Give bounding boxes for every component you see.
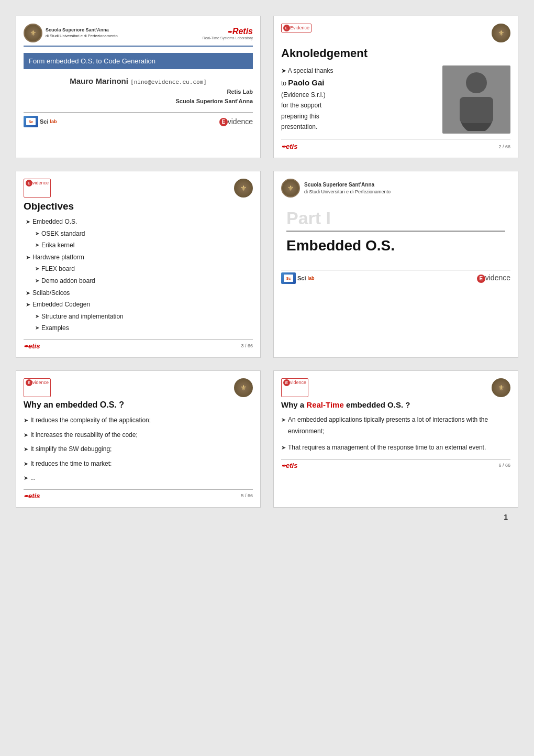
slide-1: ⚜ Scuola Superiore Sant'Anna di Studi Un… [16, 16, 261, 158]
school-emblem-1: ⚜ [24, 24, 42, 42]
slide-3: Evidence ⚜ Objectives ➤Embedded O.S. ➤OS… [16, 171, 261, 358]
list-item: ➤Hardware platform [26, 252, 253, 264]
part-title: Embedded O.S. [286, 237, 510, 254]
slide-5-title: Why an embedded O.S. ? [24, 400, 253, 410]
list-item: ➤Embedded O.S. [26, 216, 253, 228]
list-item: ➤An embedded applications tipically pres… [281, 414, 510, 437]
list-item: ➤Demo addon board [26, 276, 253, 287]
slide-2-text: ➤ A special thanks to Paolo Gai (Evidenc… [281, 65, 437, 134]
list-item: ➤That requires a management of the respo… [281, 442, 510, 454]
list-item: ➤Structure and implementation [26, 311, 253, 323]
list-item: ➤Scilab/Scicos [26, 288, 253, 299]
institution: Retis Lab Scuola Superiore Sant'Anna [24, 87, 253, 106]
retis-footer-2: ✒etis [281, 143, 297, 150]
svg-point-0 [466, 72, 487, 93]
badge-2: ⚜ [492, 24, 510, 42]
slide-5-bullets: ➤It reduces the complexity of the applic… [24, 415, 253, 484]
ev-badge-6: Evidence [281, 378, 308, 397]
global-page-number: 1 [16, 508, 518, 521]
page-num-2: 2 / 66 [498, 144, 510, 149]
slide-6: Evidence ⚜ Why a Real-Time embedded O.S.… [273, 370, 518, 508]
scilab-logo-1: Sc Scilab [24, 116, 57, 127]
school-text-1: Scuola Superiore Sant'Anna di Studi Univ… [46, 27, 118, 38]
slide-2-title: Aknoledgement [281, 47, 510, 60]
speaker-photo [442, 65, 510, 134]
ev-badge-2: EEvidence [281, 24, 312, 32]
retis-footer-5: ✒etis [24, 492, 40, 500]
list-item: ➤It increases the reusability of the cod… [24, 430, 253, 441]
school-emblem-4: ⚜ [281, 179, 300, 198]
list-item: ➤It simplify the SW debugging; [24, 444, 253, 455]
list-item: ➤It reduces the time to market: [24, 458, 253, 470]
slide-4: ⚜ Scuola Superiore Sant'Anna di Studi Un… [273, 171, 518, 358]
page-num-3: 3 / 66 [241, 343, 253, 348]
slide-3-title: Objectives [24, 201, 253, 212]
slide-2: EEvidence ⚜ Aknoledgement ➤ A special th… [273, 16, 518, 158]
slide-6-bullets: ➤An embedded applications tipically pres… [281, 414, 510, 454]
list-item: ➤Embedded Codegen [26, 299, 253, 311]
part-label: Part I [286, 208, 510, 228]
evidence-logo-4: Evidence [477, 273, 510, 282]
list-item: ➤Examples [26, 323, 253, 334]
retis-logo: ✒Retis [228, 27, 253, 36]
svg-rect-2 [460, 97, 493, 123]
badge-5: ⚜ [234, 378, 253, 397]
list-item: ➤It reduces the complexity of the applic… [24, 415, 253, 426]
ev-badge-3: Evidence [24, 179, 51, 198]
scilab-logo-4: Sc Scilab [281, 272, 315, 284]
author-name: Mauro Marinoni [nino@evidence.eu.com] [24, 76, 253, 85]
ev-badge-5: Evidence [24, 378, 51, 397]
list-item: ➤Erika kernel [26, 240, 253, 251]
list-item: ➤... [24, 473, 253, 484]
slide-6-title: Why a Real-Time embedded O.S. ? [281, 400, 510, 409]
badge-3: ⚜ [234, 179, 253, 198]
page-num-5: 5 / 66 [241, 493, 253, 498]
slide-title-bar: Form embedded O.S. to Code Generation [24, 53, 253, 69]
evidence-logo-1: Evidence [219, 117, 253, 126]
person-svg [455, 68, 497, 131]
retis-footer-6: ✒etis [281, 462, 297, 469]
slide-5: Evidence ⚜ Why an embedded O.S. ? ➤It re… [16, 370, 261, 508]
page-num-6: 6 / 66 [498, 463, 510, 468]
slide-3-bullets: ➤Embedded O.S. ➤OSEK standard ➤Erika ker… [24, 216, 253, 334]
list-item: ➤OSEK standard [26, 228, 253, 240]
school-text-4: Scuola Superiore Sant'Anna di Studi Univ… [304, 181, 391, 195]
badge-6: ⚜ [492, 378, 510, 397]
list-item: ➤FLEX board [26, 264, 253, 275]
retis-footer-3: ✒etis [24, 342, 40, 350]
